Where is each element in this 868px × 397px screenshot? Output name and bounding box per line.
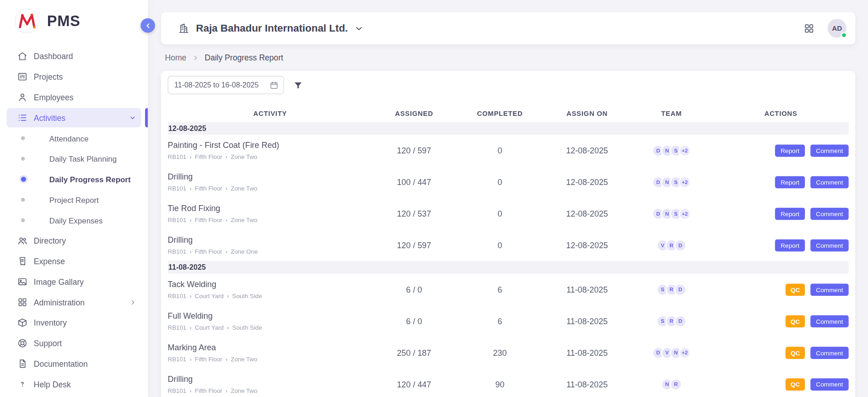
chevron-right-icon bbox=[192, 54, 199, 61]
team-more-badge[interactable]: +2 bbox=[679, 176, 691, 188]
apps-menu-button[interactable] bbox=[804, 23, 814, 33]
comment-button[interactable]: Comment bbox=[810, 207, 848, 220]
filter-button[interactable] bbox=[293, 80, 303, 90]
sidebar-item-attendance[interactable]: Attendance bbox=[7, 129, 141, 148]
path-segment: RB101 bbox=[168, 356, 187, 363]
comment-button[interactable]: Comment bbox=[810, 283, 848, 296]
table-row: Full Welding RB101›Court Yard›South Side… bbox=[168, 305, 849, 337]
report-button[interactable]: Report bbox=[775, 207, 805, 220]
activity-cell: Marking Area RB101›Fifth Floor›Zone Two bbox=[168, 343, 373, 362]
completed-value: 0 bbox=[456, 146, 545, 155]
path-segment: RB101 bbox=[168, 185, 187, 192]
column-header-team: TEAM bbox=[630, 110, 713, 118]
activity-title: Drilling bbox=[168, 172, 373, 181]
team-avatars: DNS+2 bbox=[630, 207, 713, 220]
company-selector[interactable]: Raja Bahadur International Ltd. bbox=[178, 22, 364, 34]
sidebar-item-employees[interactable]: Employees bbox=[7, 87, 141, 107]
chevron-right-icon bbox=[129, 298, 137, 306]
qc-button[interactable]: QC bbox=[786, 315, 805, 327]
sidebar-item-projects[interactable]: Projects bbox=[7, 67, 141, 86]
qc-button[interactable]: QC bbox=[786, 378, 805, 391]
activity-cell: Drilling RB101›Fifth Floor›Zone One bbox=[168, 235, 373, 255]
sidebar-item-daily-task-planning[interactable]: Daily Task Planning bbox=[7, 149, 141, 168]
sidebar-item-label: Support bbox=[34, 339, 62, 348]
table-row: Painting - First Coat (Fire Red) RB101›F… bbox=[168, 135, 849, 166]
administration-icon bbox=[17, 297, 28, 307]
team-member-avatar[interactable]: R bbox=[670, 378, 682, 391]
logo-icon bbox=[14, 8, 40, 34]
path-segment: Zone Two bbox=[231, 387, 257, 394]
activity-title: Tie Rod Fixing bbox=[168, 204, 373, 212]
sidebar-item-label: Directory bbox=[34, 236, 66, 245]
group-date: 12-08-2025 bbox=[168, 124, 206, 132]
report-button[interactable]: Report bbox=[775, 144, 805, 157]
path-segment: Fifth Floor bbox=[195, 248, 222, 255]
sidebar-item-project-report[interactable]: Project Report bbox=[7, 190, 141, 209]
user-avatar[interactable]: AD bbox=[828, 19, 846, 38]
comment-button[interactable]: Comment bbox=[810, 315, 848, 327]
assign-on-value: 11-08-2025 bbox=[544, 285, 630, 294]
sidebar-item-activities[interactable]: Activities bbox=[7, 108, 141, 127]
avatar-initials: AD bbox=[832, 24, 842, 32]
comment-button[interactable]: Comment bbox=[810, 239, 848, 251]
logo[interactable]: PMS bbox=[0, 0, 148, 42]
activity-path: RB101›Fifth Floor›Zone Two bbox=[168, 387, 373, 394]
sidebar-item-image-gallary[interactable]: Image Gallary bbox=[7, 272, 141, 291]
date-range-input[interactable]: 11-08-2025 to 16-08-2025 bbox=[168, 76, 284, 94]
report-button[interactable]: Report bbox=[775, 176, 805, 188]
sidebar-item-expense[interactable]: Expense bbox=[7, 251, 141, 271]
chevron-left-icon bbox=[144, 22, 152, 30]
activity-cell: Drilling RB101›Fifth Floor›Zone Two bbox=[168, 172, 373, 191]
team-avatars: DNS+2 bbox=[630, 144, 713, 157]
table-row: Tack Welding RB101›Court Yard›South Side… bbox=[168, 274, 849, 305]
sidebar-item-help-desk[interactable]: Help Desk bbox=[7, 375, 141, 394]
sidebar-item-daily-expenses[interactable]: Daily Expenses bbox=[7, 211, 141, 230]
actions-cell: ReportComment bbox=[713, 144, 848, 157]
activity-cell: Full Welding RB101›Court Yard›South Side bbox=[168, 311, 373, 331]
table-row: Drilling RB101›Fifth Floor›Zone Two 100 … bbox=[168, 166, 849, 198]
column-header-actions: ACTIONS bbox=[713, 110, 848, 118]
comment-button[interactable]: Comment bbox=[810, 347, 848, 359]
team-member-avatar[interactable]: D bbox=[674, 283, 687, 296]
chevron-down-icon bbox=[355, 23, 364, 33]
activity-title: Marking Area bbox=[168, 343, 373, 352]
team-more-badge[interactable]: +2 bbox=[679, 207, 691, 220]
column-header-assign-on: ASSIGN ON bbox=[544, 110, 630, 118]
assigned-value: 250 / 187 bbox=[372, 348, 455, 357]
team-member-avatar[interactable]: D bbox=[674, 239, 687, 251]
sidebar-item-dashboard[interactable]: Dashboard bbox=[7, 47, 141, 66]
comment-button[interactable]: Comment bbox=[810, 176, 848, 188]
team-more-badge[interactable]: +2 bbox=[679, 144, 691, 157]
sidebar-item-administration[interactable]: Administration bbox=[7, 293, 141, 312]
sidebar: PMS Dashboard Projects Employees Activit… bbox=[0, 0, 148, 397]
qc-button[interactable]: QC bbox=[786, 347, 805, 359]
comment-button[interactable]: Comment bbox=[810, 378, 848, 391]
team-member-avatar[interactable]: D bbox=[674, 315, 687, 327]
sidebar-collapse-button[interactable] bbox=[140, 18, 155, 33]
path-segment: Fifth Floor bbox=[195, 153, 222, 160]
qc-button[interactable]: QC bbox=[786, 283, 805, 296]
sidebar-subitem-label: Attendance bbox=[49, 134, 89, 142]
sidebar-subitem-label: Project Report bbox=[49, 195, 99, 204]
chevron-right-icon: › bbox=[190, 293, 192, 299]
activity-path: RB101›Fifth Floor›Zone Two bbox=[168, 356, 373, 363]
sidebar-item-daily-progress-report[interactable]: Daily Progress Report bbox=[7, 169, 141, 189]
table-header-row: ACTIVITY ASSIGNED COMPLETED ASSIGN ON TE… bbox=[168, 105, 849, 122]
team-avatars: DVN+2 bbox=[630, 347, 713, 359]
employees-icon bbox=[17, 92, 28, 103]
comment-button[interactable]: Comment bbox=[810, 144, 848, 157]
team-more-badge[interactable]: +2 bbox=[679, 347, 691, 359]
assign-on-value: 12-08-2025 bbox=[544, 209, 630, 218]
sidebar-item-support[interactable]: Support bbox=[7, 333, 141, 353]
chevron-right-icon: › bbox=[226, 387, 227, 393]
top-header-bar: Raja Bahadur International Ltd. AD bbox=[161, 12, 855, 44]
sidebar-item-inventory[interactable]: Inventory bbox=[7, 313, 141, 332]
bullet-icon bbox=[21, 218, 25, 222]
breadcrumb-home-link[interactable]: Home bbox=[165, 53, 187, 62]
actions-cell: ReportComment bbox=[713, 207, 848, 220]
sidebar-item-documentation[interactable]: Documentation bbox=[7, 354, 141, 373]
sidebar-item-directory[interactable]: Directory bbox=[7, 231, 141, 250]
actions-cell: QCComment bbox=[713, 378, 848, 391]
assign-on-value: 12-08-2025 bbox=[544, 146, 630, 155]
report-button[interactable]: Report bbox=[775, 239, 805, 251]
